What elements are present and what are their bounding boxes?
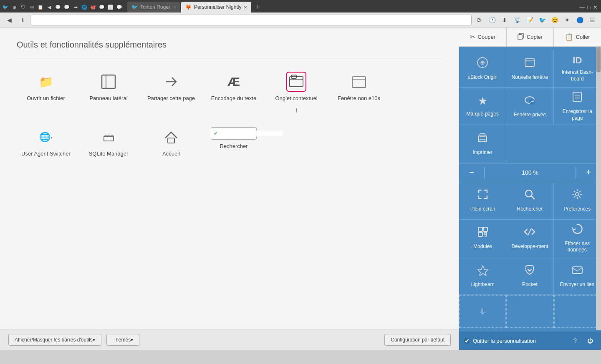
minimize-button[interactable]: — (579, 4, 585, 10)
panel-rechercher[interactable]: Rechercher (506, 182, 553, 220)
ext9-icon[interactable]: ➡ (72, 3, 79, 11)
tool-panneau-lateral[interactable]: Panneau latéral (79, 68, 138, 117)
panel-modules[interactable]: Modules (459, 220, 506, 257)
ext10-icon[interactable]: 🌐 (81, 3, 88, 11)
svg-rect-29 (478, 232, 482, 236)
themes-button[interactable]: Thèmes▾ (106, 334, 139, 346)
tab-personnaliser-close[interactable]: ✕ (244, 5, 247, 10)
couper-action[interactable]: ✂ Couper (459, 28, 507, 46)
panel-plein-ecran[interactable]: Plein écran (459, 182, 506, 220)
panel-pocket[interactable]: Pocket (506, 257, 553, 295)
maximize-button[interactable]: □ (587, 4, 591, 10)
tool-onglet-contextuel[interactable]: Onglet contextuel ↑ (267, 68, 326, 117)
developpement-label: Développe-ment (511, 244, 548, 250)
panel-imprimer[interactable]: Imprimer (459, 125, 506, 163)
tool-partager-page[interactable]: Partager cette page (142, 68, 200, 117)
ext12-icon[interactable]: 💬 (98, 3, 106, 11)
couper-icon: ✂ (470, 33, 475, 41)
reload-button[interactable]: ⟳ (473, 14, 485, 26)
afficher-masquer-button[interactable]: Afficher/Masquer les barres d'outils▾ (8, 334, 101, 346)
download-icon[interactable]: ⬇ (499, 15, 510, 25)
panel-effacer-donnees[interactable]: Effacer des données (554, 220, 601, 257)
tab-tonton-close[interactable]: ✕ (173, 5, 176, 10)
title-divider (17, 58, 442, 58)
tool-user-agent-switcher[interactable]: 🌐▾ User Agent Switcher (17, 124, 75, 160)
search-input[interactable] (220, 131, 282, 136)
svg-marker-32 (478, 266, 488, 276)
tool-fenetre-non-e10s[interactable]: Fenêtre non e10s (330, 68, 388, 117)
user-agent-label: User Agent Switcher (21, 151, 71, 157)
lightbeam-label: Lightbeam (471, 281, 495, 288)
panel-lightbeam[interactable]: Lightbeam (459, 257, 506, 295)
emoji-icon[interactable]: 😊 (549, 15, 560, 25)
ext4-icon[interactable]: ✉ (28, 3, 35, 11)
imprimer-icon (477, 132, 488, 146)
tool-sqlite-manager[interactable]: 🗃 SQLite Manager (79, 124, 138, 160)
copier-icon (518, 33, 524, 41)
quit-customization-label[interactable]: Quitter la personnalisation (473, 338, 566, 344)
zoom-minus-button[interactable]: − (459, 163, 484, 182)
tool-rechercher[interactable]: ✔ Rechercher (205, 124, 263, 160)
coller-action[interactable]: 📋 Coller (554, 28, 601, 46)
copier-label: Copier (527, 34, 543, 40)
panel-scrollbar[interactable] (596, 47, 601, 330)
svg-line-31 (528, 228, 531, 235)
star-nav-icon[interactable]: ✦ (562, 15, 573, 25)
panel-developpement[interactable]: Développe-ment (506, 220, 553, 257)
tool-accueil[interactable]: Accueil (142, 124, 200, 160)
panel-dnd-placeholder-1[interactable]: ⤋ (459, 295, 506, 328)
quit-customization-checkbox[interactable] (464, 338, 470, 344)
nav-right-icons: 🕐 ⬇ 📡 📝 🐦 😊 ✦ 🔵 ☰ (487, 15, 598, 25)
close-button[interactable]: ✕ (593, 4, 598, 10)
rss-icon[interactable]: 📡 (512, 15, 523, 25)
ext6-icon[interactable]: ◀ (45, 3, 53, 11)
ext7-icon[interactable]: 💬 (54, 3, 62, 11)
panel-fenetre-privee[interactable]: Fenêtre privée (506, 88, 553, 125)
tab-tonton-favicon: 🐦 (131, 4, 138, 10)
clock-icon[interactable]: 🕐 (487, 15, 497, 25)
twitter-icon[interactable]: 🐦 (2, 3, 9, 11)
github-icon[interactable]: 🐙 (89, 3, 97, 11)
panel-marque-pages[interactable]: ★ Marque-pages (459, 88, 506, 125)
menu-button[interactable]: ☰ (587, 15, 598, 25)
user-agent-icon: 🌐▾ (36, 127, 56, 147)
info-button[interactable]: ℹ (17, 14, 28, 26)
ext8-icon[interactable]: 💬 (63, 3, 71, 11)
ext14-icon[interactable]: 💬 (116, 3, 123, 11)
marque-pages-label: Marque-pages (466, 111, 498, 118)
svg-line-25 (531, 196, 534, 199)
address-bar[interactable] (30, 15, 472, 25)
panel-nouvelle-fenetre[interactable]: Nouvelle fenêtre (506, 50, 553, 88)
ext13-icon[interactable]: ⬜ (107, 3, 114, 11)
notepad-icon[interactable]: 📝 (524, 15, 535, 25)
ext5-icon[interactable]: 📋 (37, 3, 44, 11)
tab-tonton[interactable]: 🐦 Tonton Roger ✕ (127, 2, 180, 13)
scrollbar-thumb[interactable] (596, 47, 601, 72)
panel-dnd-placeholder-2[interactable] (506, 295, 553, 328)
configuration-defaut-button[interactable]: Configuration par défaut (384, 334, 451, 346)
back-button[interactable]: ◀ (3, 14, 15, 26)
search-box[interactable]: ✔ (211, 127, 257, 140)
panel-enregistrer-page[interactable]: Enregistrer la page (554, 88, 601, 125)
panel-ublock-origin[interactable]: ⊕ uBlock Origin (459, 50, 506, 88)
svg-point-16 (529, 99, 535, 105)
pocket-label: Pocket (522, 281, 538, 288)
ext2-icon[interactable]: ⊕ (10, 3, 18, 11)
panel-envoyer-lien[interactable]: Envoyer un lien (554, 257, 601, 295)
twitter-nav-icon[interactable]: 🐦 (537, 15, 548, 25)
panel-preferences[interactable]: Préférences (554, 182, 601, 220)
ext-nav-icon[interactable]: 🔵 (574, 15, 585, 25)
svg-rect-0 (102, 75, 115, 88)
tool-encodage-texte[interactable]: Æ Encodage du texte (205, 68, 263, 117)
power-icon[interactable]: ⏻ (584, 335, 596, 346)
help-icon[interactable]: ? (569, 335, 581, 346)
panel-interest-dashboard[interactable]: ID Interest Dash-board (554, 50, 601, 88)
new-tab-button[interactable]: + (252, 3, 263, 12)
pocket-icon (524, 264, 535, 278)
tab-personnaliser[interactable]: 🦊 Personnaliser Nightly ✕ (181, 2, 251, 13)
copier-action[interactable]: Copier (507, 28, 554, 46)
browser-wrapper: 🐦 ⊕ 🛡 ✉ 📋 ◀ 💬 💬 ➡ 🌐 🐙 💬 ⬜ 💬 🐦 Tonton Rog… (0, 0, 601, 350)
panel-dnd-placeholder-3[interactable] (554, 295, 601, 328)
tool-ouvrir-fichier[interactable]: 📁 Ouvrir un fichier (17, 68, 75, 117)
ext3-icon[interactable]: 🛡 (19, 3, 27, 11)
